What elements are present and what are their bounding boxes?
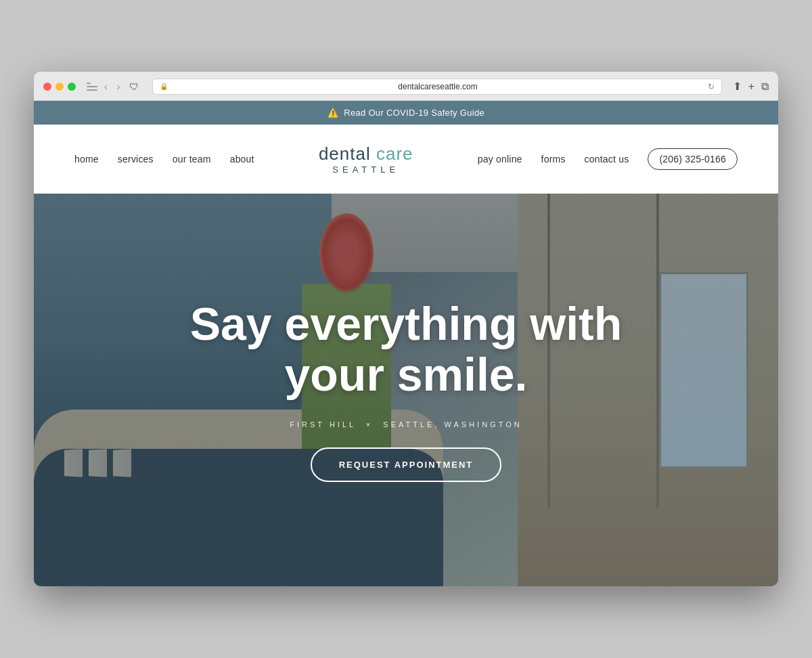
minimize-button[interactable] [55,83,64,91]
location-part2: SEATTLE, WASHINGTON [383,420,522,429]
browser-controls: ‹ › [87,80,122,93]
hero-section: Say everything with your smile. FIRST HI… [34,194,778,586]
browser-actions: ⬆ + ⧉ [733,80,769,93]
hero-headline: Say everything with your smile. [169,299,643,400]
logo-dental: dental [319,144,371,164]
nav-about[interactable]: about [230,154,254,164]
nav-services[interactable]: services [118,154,154,164]
share-icon[interactable]: ⬆ [733,80,742,93]
warning-icon: ⚠️ [328,108,338,118]
phone-button[interactable]: (206) 325-0166 [648,148,738,170]
refresh-button[interactable]: ↻ [708,82,715,91]
lock-icon: 🔒 [160,83,168,90]
website-content: ⚠️ Read Our COVID-19 Safety Guide home s… [34,101,778,587]
covid-banner[interactable]: ⚠️ Read Our COVID-19 Safety Guide [34,101,778,125]
nav-home[interactable]: home [74,154,99,164]
nav-left: home services our team about [74,154,254,164]
nav-forms[interactable]: forms [541,154,566,164]
logo-text: dental care [319,144,413,164]
shield-icon: 🛡 [129,81,139,92]
browser-window: ‹ › 🛡 🔒 dentalcareseattle.com ↻ ⬆ + ⧉ ⚠️… [34,72,778,587]
site-logo[interactable]: dental care SEATTLE [319,144,413,175]
nav-contact-us[interactable]: contact us [585,154,629,164]
logo-care: care [371,144,413,164]
hero-content: Say everything with your smile. FIRST HI… [34,194,778,586]
tabs-icon[interactable]: ⧉ [761,81,769,93]
nav-right: pay online forms contact us (206) 325-01… [478,148,738,170]
logo-seattle: SEATTLE [319,164,413,175]
request-appointment-button[interactable]: REQUEST APPOINTMENT [311,447,502,482]
forward-button[interactable]: › [114,80,123,93]
back-button[interactable]: ‹ [102,80,110,93]
new-tab-icon[interactable]: + [748,81,754,93]
nav-pay-online[interactable]: pay online [478,154,522,164]
location-separator: × [366,420,373,429]
address-bar[interactable]: 🔒 dentalcareseattle.com ↻ [152,79,721,95]
site-nav: home services our team about dental care… [34,125,778,194]
hero-location: FIRST HILL × SEATTLE, WASHINGTON [290,420,522,429]
maximize-button[interactable] [68,83,76,91]
location-part1: FIRST HILL [290,420,355,429]
nav-our-team[interactable]: our team [173,154,211,164]
traffic-lights [43,83,76,91]
browser-chrome: ‹ › 🛡 🔒 dentalcareseattle.com ↻ ⬆ + ⧉ [34,72,778,101]
covid-banner-link[interactable]: Read Our COVID-19 Safety Guide [344,108,484,118]
close-button[interactable] [43,83,51,91]
url-text: dentalcareseattle.com [172,82,703,91]
sidebar-toggle[interactable] [87,83,97,91]
